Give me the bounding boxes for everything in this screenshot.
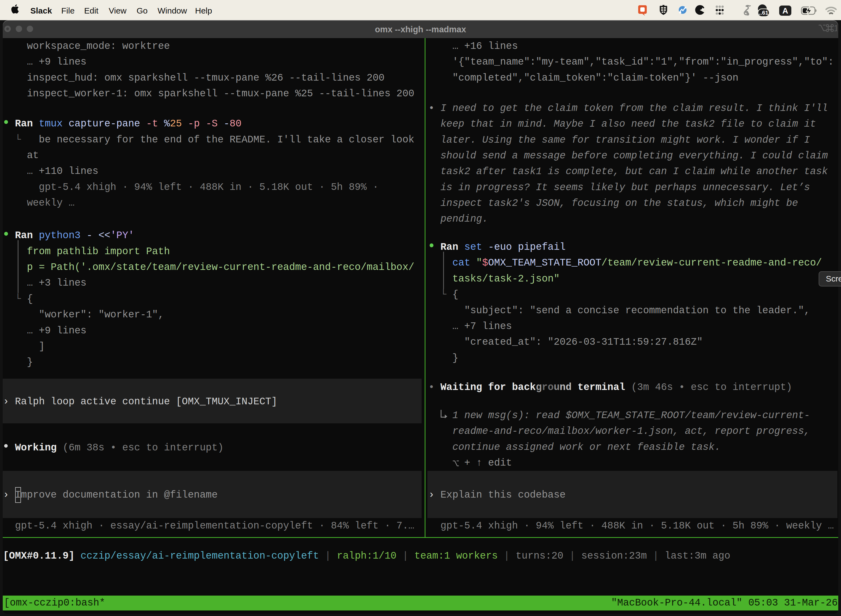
svg-text:..61: ..61 [759, 9, 768, 16]
svg-text:1: 1 [834, 23, 837, 33]
